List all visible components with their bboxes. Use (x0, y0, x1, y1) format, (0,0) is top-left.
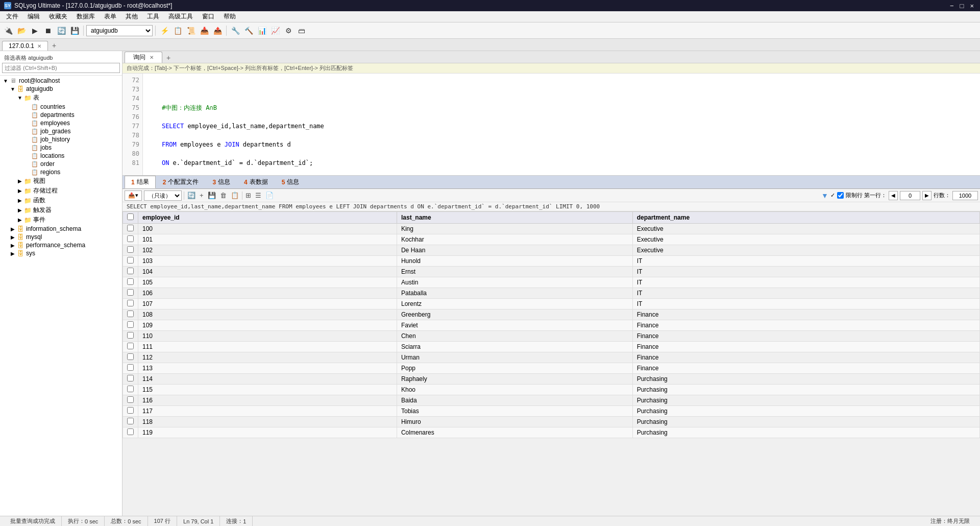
tree-item-job-grades[interactable]: 📋 job_grades (0, 127, 122, 135)
tree-item-funcs-folder[interactable]: ▶ 📁 函数 (0, 196, 122, 205)
new-connection-btn[interactable]: 🔌 (2, 25, 14, 37)
refresh-btn[interactable]: 🔄 (55, 25, 67, 37)
query-tab-close[interactable]: ✕ (150, 55, 154, 60)
menu-favorites[interactable]: 收藏夹 (45, 11, 71, 22)
row-checkbox-19[interactable] (127, 428, 134, 435)
save-btn[interactable]: 💾 (68, 25, 81, 37)
result-tab-1[interactable]: 1 结果 (125, 176, 156, 188)
col-employee-id[interactable]: employee_id (138, 212, 397, 224)
tree-expand-funcs[interactable]: ▶ (16, 198, 23, 203)
page-next-btn[interactable]: ▶ (922, 191, 932, 200)
tree-expand-server[interactable]: ▼ (2, 78, 9, 84)
result-tab-5[interactable]: 5 信息 (275, 176, 306, 188)
row-checkbox-2[interactable] (127, 246, 134, 253)
conn-tab-close[interactable]: ✕ (37, 43, 41, 49)
maximize-button[interactable]: □ (958, 2, 966, 10)
tree-expand-mysql[interactable]: ▶ (9, 234, 16, 240)
results-copy-icon[interactable]: 📋 (230, 190, 240, 200)
results-list-icon[interactable]: ☰ (254, 190, 262, 200)
tree-item-atguigudb[interactable]: ▼ 🗄 atguigudb (0, 85, 122, 93)
tools-btn-2[interactable]: 🔨 (242, 25, 255, 37)
results-grid-icon[interactable]: ⊞ (244, 190, 252, 200)
menu-table[interactable]: 表单 (100, 11, 120, 22)
database-select[interactable]: atguigudb (86, 25, 153, 36)
export-btn[interactable]: 📤 (211, 25, 224, 37)
menu-file[interactable]: 文件 (2, 11, 22, 22)
first-row-input[interactable] (900, 191, 920, 200)
row-checkbox-4[interactable] (127, 268, 134, 274)
menu-help[interactable]: 帮助 (219, 11, 240, 22)
row-checkbox-12[interactable] (127, 353, 134, 360)
tree-expand-triggers[interactable]: ▶ (16, 207, 23, 213)
minimize-button[interactable]: − (948, 2, 956, 10)
row-checkbox-15[interactable] (127, 386, 134, 392)
menu-edit[interactable]: 编辑 (23, 11, 44, 22)
tree-item-events-folder[interactable]: ▶ 📁 事件 (0, 215, 122, 225)
tree-item-perf-schema[interactable]: ▶ 🗄 performance_schema (0, 241, 122, 249)
row-count-input[interactable] (952, 191, 978, 200)
tree-item-departments[interactable]: 📋 departments (0, 111, 122, 119)
query-btn[interactable]: ⚡ (158, 25, 170, 37)
col-dept-name[interactable]: department_name (632, 212, 979, 224)
tree-expand-info[interactable]: ▶ (9, 226, 16, 232)
close-button[interactable]: × (968, 2, 976, 10)
tree-expand-perf[interactable]: ▶ (9, 243, 16, 248)
tree-expand-procs[interactable]: ▶ (16, 188, 23, 194)
menu-database[interactable]: 数据库 (72, 11, 99, 22)
tools-btn-6[interactable]: 🗃 (296, 25, 308, 37)
result-tab-3[interactable]: 3 信息 (206, 176, 237, 188)
row-checkbox-3[interactable] (127, 257, 134, 264)
results-form-icon[interactable]: 📄 (264, 190, 275, 200)
results-readonly-select[interactable]: （只读） (144, 190, 182, 201)
results-export-btn[interactable]: 📤▾ (125, 190, 142, 201)
row-checkbox-14[interactable] (127, 375, 134, 381)
results-delete-icon[interactable]: 🗑 (219, 190, 228, 200)
tree-item-employees[interactable]: 📋 employees (0, 119, 122, 127)
tree-expand-sys[interactable]: ▶ (9, 251, 16, 256)
tree-item-job-history[interactable]: 📋 job_history (0, 135, 122, 144)
result-tab-4[interactable]: 4 表数据 (237, 176, 275, 188)
tree-item-mysql[interactable]: ▶ 🗄 mysql (0, 233, 122, 241)
sidebar-filter-input[interactable] (2, 63, 120, 73)
results-add-icon[interactable]: 💾 (207, 190, 217, 200)
select-all-checkbox[interactable] (127, 213, 134, 220)
tree-item-tables-folder[interactable]: ▼ 📁 表 (0, 93, 122, 103)
tree-item-procs-folder[interactable]: ▶ 📁 存储过程 (0, 186, 122, 196)
row-checkbox-0[interactable] (127, 225, 134, 231)
tools-btn-5[interactable]: ⚙ (282, 25, 295, 37)
execute-btn[interactable]: ▶ (29, 25, 41, 37)
tree-item-triggers-folder[interactable]: ▶ 📁 触发器 (0, 205, 122, 215)
conn-tab-localhost[interactable]: 127.0.0.1 ✕ (2, 41, 48, 51)
limit-checkbox[interactable] (837, 192, 844, 199)
query-tab-1[interactable]: 询问 ✕ (125, 52, 162, 63)
tree-item-server[interactable]: ▼ 🖥 root@localhost (0, 77, 122, 85)
stop-btn[interactable]: ⏹ (42, 25, 54, 37)
tools-btn-3[interactable]: 📊 (256, 25, 268, 37)
tree-item-order[interactable]: 📋 order (0, 160, 122, 168)
row-checkbox-11[interactable] (127, 343, 134, 349)
result-tab-2[interactable]: 2 个配置文件 (156, 176, 206, 188)
results-refresh-icon[interactable]: 🔄 (186, 190, 197, 200)
menu-advanced-tools[interactable]: 高级工具 (164, 11, 197, 22)
tree-item-views-folder[interactable]: ▶ 📁 视图 (0, 176, 122, 186)
query-editor[interactable]: #中图：内连接 A∩B SELECT employee_id,last_name… (143, 74, 980, 175)
row-checkbox-6[interactable] (127, 289, 134, 296)
tools-btn-4[interactable]: 📈 (269, 25, 281, 37)
tree-expand-atguigudb[interactable]: ▼ (9, 86, 16, 92)
tree-item-sys[interactable]: ▶ 🗄 sys (0, 249, 122, 257)
row-checkbox-7[interactable] (127, 300, 134, 306)
history-btn[interactable]: 📜 (185, 25, 197, 37)
tree-item-info-schema[interactable]: ▶ 🗄 information_schema (0, 225, 122, 233)
row-checkbox-13[interactable] (127, 364, 134, 371)
col-last-name[interactable]: last_name (397, 212, 632, 224)
tree-item-countries[interactable]: 📋 countries (0, 103, 122, 111)
format-btn[interactable]: 📋 (172, 25, 184, 37)
menu-tools[interactable]: 工具 (143, 11, 163, 22)
conn-tab-add[interactable]: + (48, 40, 60, 51)
row-checkbox-8[interactable] (127, 310, 134, 317)
import-btn[interactable]: 📥 (198, 25, 210, 37)
tree-expand-views[interactable]: ▶ (16, 178, 23, 184)
row-checkbox-5[interactable] (127, 278, 134, 285)
open-btn[interactable]: 📂 (15, 25, 28, 37)
tree-item-jobs[interactable]: 📋 jobs (0, 144, 122, 152)
